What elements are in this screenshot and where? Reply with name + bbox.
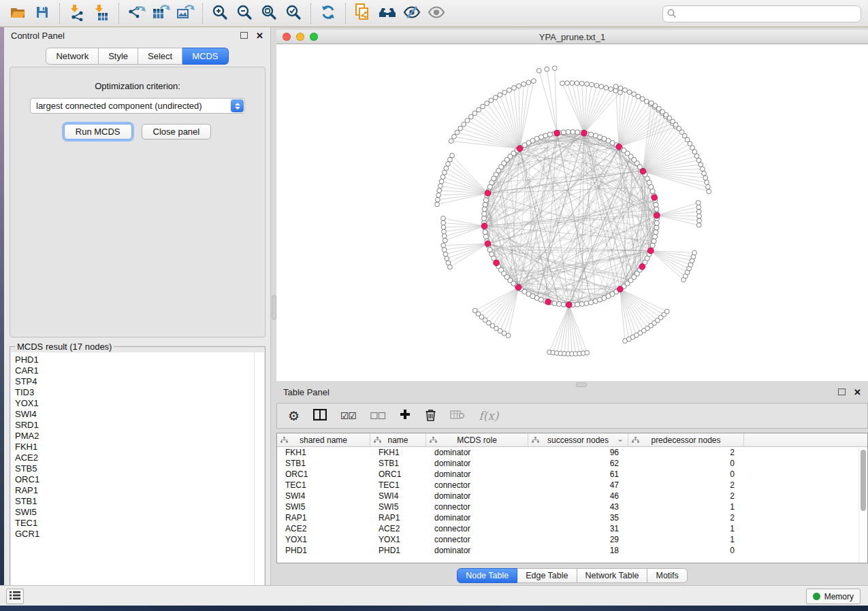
table-scrollbar[interactable]	[858, 448, 867, 563]
mcds-result-item[interactable]: STB1	[15, 496, 264, 507]
table-cell[interactable]: connector	[426, 501, 528, 512]
mcds-result-item[interactable]: ORC1	[15, 474, 264, 485]
table-cell[interactable]: dominator	[426, 545, 528, 556]
table-cell[interactable]: connector	[426, 523, 528, 534]
add-row-button[interactable]	[399, 408, 411, 423]
close-panel-button[interactable]: Close panel	[142, 124, 212, 139]
table-row[interactable]: SWI5SWI5connector431	[277, 501, 867, 512]
table-row[interactable]: RAP1RAP1dominator352	[277, 512, 867, 523]
float-panel-icon[interactable]	[240, 32, 248, 39]
mcds-result-item[interactable]: PHD1	[15, 354, 264, 365]
table-cell[interactable]: dominator	[426, 512, 528, 523]
table-cell[interactable]: dominator	[426, 447, 528, 458]
column-header-name[interactable]: name	[370, 433, 426, 446]
run-mcds-button[interactable]: Run MCDS	[64, 124, 132, 139]
tab-motifs[interactable]: Motifs	[647, 568, 687, 583]
mcds-result-list[interactable]: PHD1CAR1STP4TID3YOX1SWI4SRD1PMA2FKH1ACE2…	[11, 352, 264, 596]
mcds-result-item[interactable]: FKH1	[15, 442, 264, 452]
table-cell[interactable]: 2	[628, 480, 744, 491]
column-header-successor-nodes[interactable]: successor nodes⌄	[528, 433, 628, 446]
table-cell[interactable]: 61	[528, 469, 628, 480]
deselect-all-button[interactable]: ☐☐	[370, 410, 385, 421]
mcds-result-item[interactable]: STB5	[15, 463, 264, 474]
table-cell[interactable]: 1	[628, 534, 744, 545]
first-neighbors-button[interactable]	[375, 3, 400, 24]
save-session-button[interactable]	[30, 3, 54, 24]
mcds-result-item[interactable]: TEC1	[15, 518, 264, 529]
mcds-result-item[interactable]: STP4	[15, 376, 264, 387]
delete-row-button[interactable]	[425, 408, 436, 424]
table-cell[interactable]: dominator	[426, 491, 528, 501]
table-cell[interactable]: 0	[628, 469, 744, 480]
import-network-button[interactable]	[65, 3, 89, 24]
mcds-result-item[interactable]: SWI5	[15, 507, 264, 518]
network-canvas[interactable]	[276, 44, 868, 380]
table-cell[interactable]: 47	[528, 480, 628, 491]
table-cell[interactable]: TEC1	[370, 480, 426, 491]
table-cell[interactable]: ORC1	[277, 469, 370, 480]
table-cell[interactable]: PHD1	[370, 545, 426, 556]
mcds-result-item[interactable]: GCR1	[15, 529, 264, 540]
table-row[interactable]: ACE2ACE2connector311	[277, 523, 867, 534]
sort-descending-icon[interactable]: ⌄	[617, 434, 624, 444]
export-table-button[interactable]	[148, 3, 173, 24]
table-cell[interactable]: 31	[528, 523, 628, 534]
table-cell[interactable]: ACE2	[277, 523, 370, 534]
float-panel-icon[interactable]	[838, 389, 846, 395]
table-cell[interactable]: SWI4	[277, 491, 370, 501]
table-cell[interactable]: PHD1	[277, 545, 370, 556]
table-cell[interactable]: connector	[426, 534, 528, 545]
zoom-fit-button[interactable]	[257, 3, 281, 24]
table-cell[interactable]: TEC1	[277, 480, 370, 491]
mcds-result-item[interactable]: SWI4	[15, 409, 264, 420]
table-cell[interactable]: 1	[628, 523, 744, 534]
column-header-predecessor-nodes[interactable]: predecessor nodes	[628, 433, 744, 446]
zoom-selected-button[interactable]	[281, 3, 306, 24]
table-cell[interactable]: RAP1	[277, 512, 370, 523]
mcds-result-item[interactable]: SRD1	[15, 420, 264, 431]
tab-style[interactable]: Style	[99, 48, 138, 65]
table-cell[interactable]: YOX1	[370, 534, 426, 545]
mcds-result-item[interactable]: TID3	[15, 387, 264, 398]
import-table-button[interactable]	[89, 3, 114, 24]
mcds-result-item[interactable]: YOX1	[15, 398, 264, 409]
column-header-MCDS-role[interactable]: MCDS role	[426, 433, 528, 446]
table-cell[interactable]: 1	[628, 501, 744, 512]
table-row[interactable]: STB1STB1dominator620	[277, 458, 867, 469]
table-row[interactable]: TEC1TEC1connector472	[277, 480, 867, 491]
table-cell[interactable]: 2	[628, 447, 744, 458]
table-settings-button[interactable]: ⚙	[288, 410, 300, 423]
mcds-result-item[interactable]: ACE2	[15, 452, 264, 463]
show-all-button[interactable]	[424, 3, 449, 24]
hide-selected-button[interactable]	[400, 3, 424, 24]
table-cell[interactable]: SWI5	[277, 501, 370, 512]
network-window-titlebar[interactable]: YPA_prune.txt_1	[276, 30, 868, 44]
zoom-out-button[interactable]	[232, 3, 257, 24]
table-cell[interactable]: 29	[528, 534, 628, 545]
memory-button[interactable]: Memory	[806, 589, 861, 604]
optimization-criterion-select[interactable]: largest connected component (undirected)	[30, 98, 245, 114]
tab-network-table[interactable]: Network Table	[577, 568, 648, 583]
table-row[interactable]: SWI4SWI4dominator462	[277, 491, 867, 501]
open-session-button[interactable]	[5, 3, 30, 24]
table-cell[interactable]: 43	[528, 501, 628, 512]
scrollbar-thumb[interactable]	[861, 450, 866, 511]
table-cell[interactable]: 18	[528, 545, 628, 556]
tab-network[interactable]: Network	[46, 48, 99, 65]
tab-select[interactable]: Select	[138, 48, 182, 65]
select-all-button[interactable]: ☑☑	[340, 410, 356, 421]
tab-mcds[interactable]: MCDS	[182, 48, 228, 65]
show-column-button[interactable]	[313, 409, 327, 423]
mcds-list-scrollbar[interactable]	[254, 352, 264, 596]
mcds-result-item[interactable]: PMA2	[15, 431, 264, 442]
column-header-shared-name[interactable]: shared name	[277, 433, 370, 446]
tab-node-table[interactable]: Node Table	[457, 568, 517, 583]
table-cell[interactable]: STB1	[370, 458, 426, 469]
copy-network-button[interactable]	[351, 3, 375, 24]
close-panel-icon[interactable]: ✕	[256, 31, 263, 41]
table-cell[interactable]: 0	[628, 458, 744, 469]
table-cell[interactable]: STB1	[277, 458, 370, 469]
table-cell[interactable]: dominator	[426, 469, 528, 480]
task-history-button[interactable]	[6, 589, 24, 604]
tab-edge-table[interactable]: Edge Table	[517, 568, 577, 583]
